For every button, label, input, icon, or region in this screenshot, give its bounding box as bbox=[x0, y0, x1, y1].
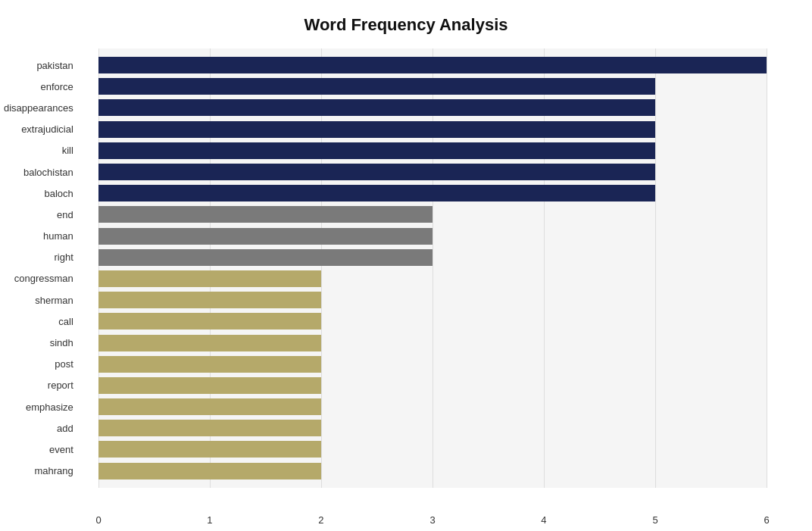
y-axis-label: sherman bbox=[4, 290, 80, 310]
y-axis-label: report bbox=[4, 376, 80, 395]
bar-row bbox=[98, 141, 767, 161]
bar bbox=[98, 398, 321, 415]
bar bbox=[98, 99, 655, 116]
x-tick: 2 bbox=[318, 514, 323, 526]
bar-row bbox=[98, 333, 767, 353]
bar bbox=[98, 164, 655, 180]
bar-row bbox=[98, 439, 767, 459]
grid-line bbox=[767, 48, 767, 488]
bar-row bbox=[98, 461, 767, 481]
bar-row bbox=[98, 355, 767, 374]
bar bbox=[98, 270, 321, 287]
y-axis-label: sindh bbox=[4, 333, 80, 353]
y-axis-label: call bbox=[4, 311, 80, 331]
bar-row bbox=[98, 55, 767, 75]
bar bbox=[98, 121, 655, 138]
y-axis-label: right bbox=[4, 248, 80, 267]
bars-wrapper bbox=[98, 48, 767, 488]
y-axis-label: emphasize bbox=[4, 397, 80, 417]
bar bbox=[98, 420, 321, 436]
bar-row bbox=[98, 183, 767, 203]
x-tick: 0 bbox=[95, 514, 101, 526]
y-axis-label: disappearances bbox=[4, 98, 80, 117]
bar-row bbox=[98, 397, 767, 417]
bar bbox=[98, 441, 321, 458]
y-axis-label: add bbox=[4, 418, 80, 438]
x-tick: 6 bbox=[764, 514, 769, 526]
bar-row bbox=[98, 205, 767, 224]
bar bbox=[98, 463, 321, 479]
x-tick: 5 bbox=[652, 514, 657, 526]
y-axis-label: enforce bbox=[4, 77, 80, 96]
bar-row bbox=[98, 290, 767, 310]
bar-row bbox=[98, 418, 767, 438]
bar bbox=[98, 228, 433, 245]
x-tick: 3 bbox=[429, 514, 435, 526]
x-tick: 1 bbox=[207, 514, 212, 526]
bar-row bbox=[98, 226, 767, 246]
y-axis-label: extrajudicial bbox=[4, 120, 80, 139]
chart-title: Word Frequency Analysis bbox=[45, 15, 767, 35]
y-axis-label: pakistan bbox=[4, 55, 80, 75]
y-axis-label: balochistan bbox=[4, 162, 80, 182]
bar-row bbox=[98, 77, 767, 96]
bar bbox=[98, 142, 655, 159]
y-axis-label: human bbox=[4, 226, 80, 246]
bar-row bbox=[98, 162, 767, 182]
chart-area: pakistanenforcedisappearancesextrajudici… bbox=[98, 48, 767, 488]
bar-row bbox=[98, 311, 767, 331]
y-axis-label: mahrang bbox=[4, 461, 80, 481]
y-axis-label: baloch bbox=[4, 183, 80, 203]
bar-row bbox=[98, 376, 767, 395]
bar bbox=[98, 57, 767, 73]
x-tick: 4 bbox=[541, 514, 546, 526]
y-axis-label: congressman bbox=[4, 269, 80, 289]
bar bbox=[98, 206, 433, 223]
bar bbox=[98, 313, 321, 330]
chart-container: Word Frequency Analysis pakistanenforced… bbox=[0, 0, 812, 531]
bar bbox=[98, 249, 433, 266]
bar-row bbox=[98, 248, 767, 267]
bar bbox=[98, 335, 321, 351]
bar bbox=[98, 377, 321, 394]
y-axis-labels: pakistanenforcedisappearancesextrajudici… bbox=[4, 48, 80, 488]
bar bbox=[98, 78, 655, 95]
bar bbox=[98, 356, 321, 373]
bar-row bbox=[98, 269, 767, 289]
bar bbox=[98, 185, 655, 201]
y-axis-label: post bbox=[4, 355, 80, 374]
y-axis-label: event bbox=[4, 439, 80, 459]
bar bbox=[98, 292, 321, 308]
bar-row bbox=[98, 98, 767, 117]
bar-row bbox=[98, 120, 767, 139]
y-axis-label: end bbox=[4, 205, 80, 224]
y-axis-label: kill bbox=[4, 141, 80, 161]
